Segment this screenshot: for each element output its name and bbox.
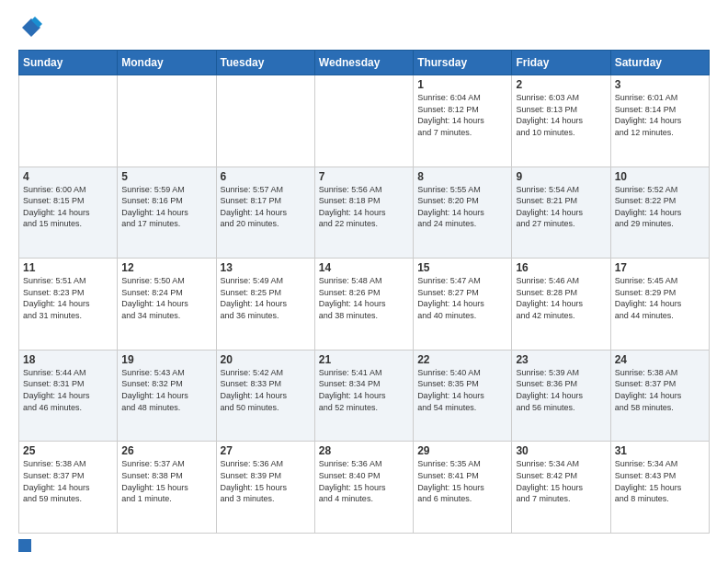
day-info: Sunrise: 6:03 AM Sunset: 8:13 PM Dayligh… xyxy=(516,92,606,138)
calendar-cell: 19Sunrise: 5:43 AM Sunset: 8:32 PM Dayli… xyxy=(118,350,216,442)
calendar-cell: 11Sunrise: 5:51 AM Sunset: 8:23 PM Dayli… xyxy=(19,259,118,350)
day-info: Sunrise: 5:39 AM Sunset: 8:36 PM Dayligh… xyxy=(516,367,606,413)
day-number: 15 xyxy=(417,261,507,274)
day-number: 21 xyxy=(319,353,409,366)
calendar-cell: 24Sunrise: 5:38 AM Sunset: 8:37 PM Dayli… xyxy=(610,350,709,442)
calendar-cell: 2Sunrise: 6:03 AM Sunset: 8:13 PM Daylig… xyxy=(512,75,610,167)
calendar-cell: 17Sunrise: 5:45 AM Sunset: 8:29 PM Dayli… xyxy=(610,259,709,350)
day-number: 30 xyxy=(516,444,606,457)
day-info: Sunrise: 5:50 AM Sunset: 8:24 PM Dayligh… xyxy=(121,275,211,321)
day-number: 7 xyxy=(319,170,409,183)
day-info: Sunrise: 5:46 AM Sunset: 8:28 PM Dayligh… xyxy=(516,275,606,321)
calendar-cell: 23Sunrise: 5:39 AM Sunset: 8:36 PM Dayli… xyxy=(512,350,610,442)
logo xyxy=(18,15,48,40)
calendar-cell: 18Sunrise: 5:44 AM Sunset: 8:31 PM Dayli… xyxy=(19,350,118,442)
calendar-cell: 3Sunrise: 6:01 AM Sunset: 8:14 PM Daylig… xyxy=(610,75,709,167)
page: SundayMondayTuesdayWednesdayThursdayFrid… xyxy=(0,0,728,563)
calendar-cell: 31Sunrise: 5:34 AM Sunset: 8:43 PM Dayli… xyxy=(610,442,709,534)
day-number: 10 xyxy=(615,170,705,183)
weekday-header: Saturday xyxy=(610,51,709,75)
calendar-week-row: 11Sunrise: 5:51 AM Sunset: 8:23 PM Dayli… xyxy=(19,259,710,350)
calendar-cell: 4Sunrise: 6:00 AM Sunset: 8:15 PM Daylig… xyxy=(19,167,118,259)
day-info: Sunrise: 5:57 AM Sunset: 8:17 PM Dayligh… xyxy=(221,184,311,230)
day-info: Sunrise: 5:37 AM Sunset: 8:38 PM Dayligh… xyxy=(121,458,211,504)
day-number: 5 xyxy=(121,170,211,183)
day-info: Sunrise: 5:45 AM Sunset: 8:29 PM Dayligh… xyxy=(615,275,705,321)
day-number: 6 xyxy=(221,170,311,183)
day-number: 27 xyxy=(221,444,311,457)
day-info: Sunrise: 5:48 AM Sunset: 8:26 PM Dayligh… xyxy=(319,275,409,321)
calendar-header-row: SundayMondayTuesdayWednesdayThursdayFrid… xyxy=(19,51,710,75)
day-info: Sunrise: 5:42 AM Sunset: 8:33 PM Dayligh… xyxy=(221,367,311,413)
calendar-week-row: 4Sunrise: 6:00 AM Sunset: 8:15 PM Daylig… xyxy=(19,167,710,259)
day-info: Sunrise: 5:36 AM Sunset: 8:39 PM Dayligh… xyxy=(221,458,311,504)
calendar-cell: 1Sunrise: 6:04 AM Sunset: 8:12 PM Daylig… xyxy=(414,75,512,167)
day-info: Sunrise: 5:44 AM Sunset: 8:31 PM Dayligh… xyxy=(23,367,113,413)
calendar-table: SundayMondayTuesdayWednesdayThursdayFrid… xyxy=(18,50,710,534)
day-number: 14 xyxy=(319,261,409,274)
calendar-cell: 15Sunrise: 5:47 AM Sunset: 8:27 PM Dayli… xyxy=(414,259,512,350)
weekday-header: Monday xyxy=(118,51,216,75)
calendar-cell: 16Sunrise: 5:46 AM Sunset: 8:28 PM Dayli… xyxy=(512,259,610,350)
calendar-cell: 10Sunrise: 5:52 AM Sunset: 8:22 PM Dayli… xyxy=(610,167,709,259)
calendar-cell xyxy=(314,75,413,167)
day-number: 8 xyxy=(417,170,507,183)
day-number: 1 xyxy=(417,78,507,91)
footer xyxy=(18,539,710,552)
day-number: 25 xyxy=(23,444,113,457)
day-info: Sunrise: 5:34 AM Sunset: 8:42 PM Dayligh… xyxy=(516,458,606,504)
calendar-cell: 28Sunrise: 5:36 AM Sunset: 8:40 PM Dayli… xyxy=(314,442,413,534)
calendar-cell xyxy=(118,75,216,167)
calendar-cell: 27Sunrise: 5:36 AM Sunset: 8:39 PM Dayli… xyxy=(216,442,314,534)
logo-icon xyxy=(18,15,44,40)
calendar-cell: 14Sunrise: 5:48 AM Sunset: 8:26 PM Dayli… xyxy=(314,259,413,350)
calendar-cell xyxy=(216,75,314,167)
day-info: Sunrise: 5:56 AM Sunset: 8:18 PM Dayligh… xyxy=(319,184,409,230)
day-info: Sunrise: 5:38 AM Sunset: 8:37 PM Dayligh… xyxy=(23,458,113,504)
day-info: Sunrise: 5:54 AM Sunset: 8:21 PM Dayligh… xyxy=(516,184,606,230)
day-number: 20 xyxy=(221,353,311,366)
calendar-cell: 6Sunrise: 5:57 AM Sunset: 8:17 PM Daylig… xyxy=(216,167,314,259)
calendar-week-row: 18Sunrise: 5:44 AM Sunset: 8:31 PM Dayli… xyxy=(19,350,710,442)
day-info: Sunrise: 5:36 AM Sunset: 8:40 PM Dayligh… xyxy=(319,458,409,504)
daylight-box xyxy=(18,539,31,552)
weekday-header: Friday xyxy=(512,51,610,75)
day-number: 23 xyxy=(516,353,606,366)
weekday-header: Wednesday xyxy=(314,51,413,75)
day-info: Sunrise: 5:35 AM Sunset: 8:41 PM Dayligh… xyxy=(417,458,507,504)
day-number: 24 xyxy=(615,353,705,366)
day-number: 19 xyxy=(121,353,211,366)
day-info: Sunrise: 5:40 AM Sunset: 8:35 PM Dayligh… xyxy=(417,367,507,413)
day-number: 18 xyxy=(23,353,113,366)
day-number: 28 xyxy=(319,444,409,457)
calendar-cell: 25Sunrise: 5:38 AM Sunset: 8:37 PM Dayli… xyxy=(19,442,118,534)
calendar-cell: 7Sunrise: 5:56 AM Sunset: 8:18 PM Daylig… xyxy=(314,167,413,259)
calendar-cell: 22Sunrise: 5:40 AM Sunset: 8:35 PM Dayli… xyxy=(414,350,512,442)
day-number: 16 xyxy=(516,261,606,274)
day-info: Sunrise: 5:59 AM Sunset: 8:16 PM Dayligh… xyxy=(121,184,211,230)
day-info: Sunrise: 6:00 AM Sunset: 8:15 PM Dayligh… xyxy=(23,184,113,230)
day-number: 9 xyxy=(516,170,606,183)
day-info: Sunrise: 5:51 AM Sunset: 8:23 PM Dayligh… xyxy=(23,275,113,321)
header xyxy=(18,15,710,40)
day-number: 3 xyxy=(615,78,705,91)
calendar-cell: 12Sunrise: 5:50 AM Sunset: 8:24 PM Dayli… xyxy=(118,259,216,350)
calendar-cell: 29Sunrise: 5:35 AM Sunset: 8:41 PM Dayli… xyxy=(414,442,512,534)
day-info: Sunrise: 6:04 AM Sunset: 8:12 PM Dayligh… xyxy=(417,92,507,138)
day-number: 11 xyxy=(23,261,113,274)
day-info: Sunrise: 5:34 AM Sunset: 8:43 PM Dayligh… xyxy=(615,458,705,504)
calendar-cell: 26Sunrise: 5:37 AM Sunset: 8:38 PM Dayli… xyxy=(118,442,216,534)
weekday-header: Tuesday xyxy=(216,51,314,75)
calendar-cell xyxy=(19,75,118,167)
calendar-cell: 5Sunrise: 5:59 AM Sunset: 8:16 PM Daylig… xyxy=(118,167,216,259)
day-number: 2 xyxy=(516,78,606,91)
calendar-week-row: 25Sunrise: 5:38 AM Sunset: 8:37 PM Dayli… xyxy=(19,442,710,534)
weekday-header: Thursday xyxy=(414,51,512,75)
day-number: 4 xyxy=(23,170,113,183)
calendar-week-row: 1Sunrise: 6:04 AM Sunset: 8:12 PM Daylig… xyxy=(19,75,710,167)
day-number: 17 xyxy=(615,261,705,274)
weekday-header: Sunday xyxy=(19,51,118,75)
day-info: Sunrise: 5:52 AM Sunset: 8:22 PM Dayligh… xyxy=(615,184,705,230)
day-number: 13 xyxy=(221,261,311,274)
day-info: Sunrise: 5:47 AM Sunset: 8:27 PM Dayligh… xyxy=(417,275,507,321)
